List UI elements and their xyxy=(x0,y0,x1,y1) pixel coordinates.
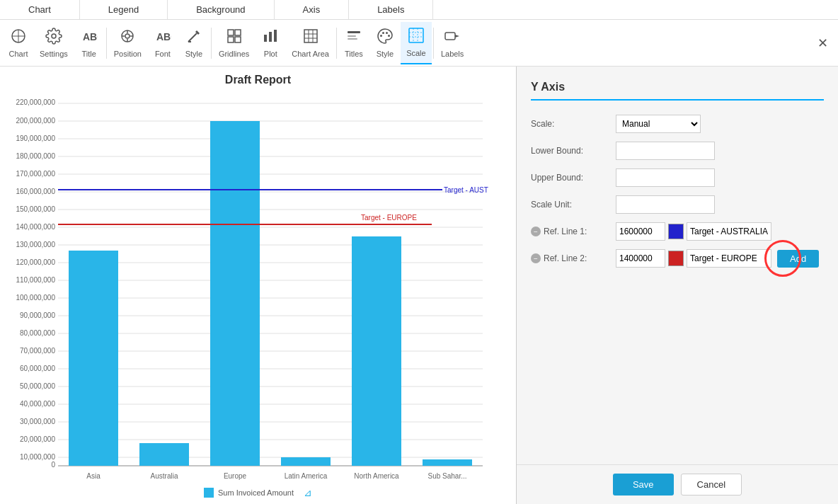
upper-bound-label: Upper Bound: xyxy=(531,173,616,183)
chart-area: Draft Report 220,000,000 200,000,000 190… xyxy=(0,67,516,504)
ref-line-europe-label: Target - EUROPE xyxy=(361,214,417,222)
scale-label: Scale: xyxy=(531,119,616,129)
labels-icon xyxy=(444,28,461,48)
legend-swatch xyxy=(204,488,214,498)
svg-rect-18 xyxy=(235,37,241,42)
toolbar-scale-label: Scale xyxy=(406,49,426,57)
toolbar-style[interactable]: Style xyxy=(178,22,210,64)
font-icon: ABC xyxy=(154,28,171,48)
toolbar-labels[interactable]: Labels xyxy=(435,22,469,64)
toolbar-position[interactable]: Position xyxy=(108,22,147,64)
ref-line2-label: − Ref. Line 2: xyxy=(531,253,616,263)
toolbar-chartarea[interactable]: Chart Area xyxy=(286,22,335,64)
svg-marker-40 xyxy=(455,35,459,38)
toolbar-plot[interactable]: Plot xyxy=(255,22,286,64)
scale-unit-row: Scale Unit: xyxy=(531,195,824,214)
settings-icon xyxy=(45,28,62,48)
toolbar-sep-1 xyxy=(106,28,107,59)
svg-text:ABC: ABC xyxy=(156,31,171,42)
toolbar-title-label: Title xyxy=(82,50,96,58)
svg-text:150,000,000: 150,000,000 xyxy=(16,205,55,213)
add-button[interactable]: Add xyxy=(777,250,819,268)
svg-text:120,000,000: 120,000,000 xyxy=(16,258,55,266)
svg-text:North America: North America xyxy=(354,472,399,480)
toolbar: Chart Settings ABC Title Position ABC Fo… xyxy=(0,20,838,67)
style2-icon xyxy=(377,28,394,48)
toolbar-title[interactable]: ABC Title xyxy=(74,22,105,64)
toolbar-chartarea-label: Chart Area xyxy=(292,50,329,58)
ref-line1-value[interactable] xyxy=(616,222,665,241)
toolbar-style2-label: Style xyxy=(377,50,394,58)
svg-text:180,000,000: 180,000,000 xyxy=(16,152,55,160)
svg-rect-39 xyxy=(445,33,455,40)
lower-bound-row: Lower Bound: xyxy=(531,142,824,160)
svg-rect-21 xyxy=(274,30,277,42)
toolbar-font[interactable]: ABC Font xyxy=(147,22,178,64)
svg-point-32 xyxy=(386,32,388,34)
svg-rect-16 xyxy=(235,30,241,35)
nav-labels[interactable]: Labels xyxy=(349,0,433,19)
toolbar-settings[interactable]: Settings xyxy=(34,22,74,64)
lower-bound-label: Lower Bound: xyxy=(531,146,616,156)
ref-line1-remove[interactable]: − xyxy=(531,227,541,236)
upper-bound-input[interactable] xyxy=(616,168,715,187)
svg-text:160,000,000: 160,000,000 xyxy=(16,188,55,195)
svg-text:70,000,000: 70,000,000 xyxy=(20,347,55,355)
scale-select[interactable]: Manual Automatic xyxy=(616,115,701,133)
save-button[interactable]: Save xyxy=(613,474,674,496)
ref-line2-color[interactable] xyxy=(668,251,684,266)
chart-legend: Sum Invoiced Amount ⊿ xyxy=(0,487,516,498)
toolbar-style2[interactable]: Style xyxy=(369,22,401,64)
ref-line2-name[interactable] xyxy=(687,249,771,268)
upper-bound-row: Upper Bound: xyxy=(531,168,824,187)
toolbar-chart-label: Chart xyxy=(9,50,28,58)
scale-unit-input[interactable] xyxy=(616,195,715,214)
svg-text:Europe: Europe xyxy=(224,472,247,480)
bar-subsahara xyxy=(423,459,472,466)
nav-background[interactable]: Background xyxy=(168,0,274,19)
svg-text:Asia: Asia xyxy=(86,472,101,480)
svg-text:220,000,000: 220,000,000 xyxy=(16,98,55,106)
ref-line2-value[interactable] xyxy=(616,249,665,268)
svg-text:10,000,000: 10,000,000 xyxy=(20,453,55,461)
svg-text:30,000,000: 30,000,000 xyxy=(20,418,55,425)
close-button[interactable]: ✕ xyxy=(810,33,835,54)
nav-axis[interactable]: Axis xyxy=(275,0,350,19)
toolbar-settings-label: Settings xyxy=(40,50,68,58)
svg-text:170,000,000: 170,000,000 xyxy=(16,170,55,178)
svg-text:0: 0 xyxy=(51,461,55,469)
toolbar-titles[interactable]: Titles xyxy=(338,22,369,64)
cancel-button[interactable]: Cancel xyxy=(681,474,742,496)
toolbar-gridlines[interactable]: Gridlines xyxy=(213,22,255,64)
ref-line1-name[interactable] xyxy=(687,222,771,241)
svg-text:20,000,000: 20,000,000 xyxy=(20,435,55,443)
ref-line2-remove[interactable]: − xyxy=(531,253,541,263)
svg-rect-22 xyxy=(304,30,317,42)
svg-text:Latin America: Latin America xyxy=(285,472,328,480)
svg-point-33 xyxy=(388,35,390,37)
panel-title: Y Axis xyxy=(531,81,824,101)
svg-rect-17 xyxy=(228,37,234,42)
toolbar-position-label: Position xyxy=(114,50,142,58)
toolbar-font-label: Font xyxy=(155,50,171,58)
toolbar-style-label: Style xyxy=(185,50,202,58)
bar-northamerica xyxy=(352,236,401,466)
bar-latinamerica xyxy=(281,457,331,466)
toolbar-scale[interactable]: Scale xyxy=(401,22,432,64)
ref-line1-color[interactable] xyxy=(668,224,684,239)
svg-rect-19 xyxy=(264,35,267,42)
toolbar-sep-2 xyxy=(211,28,212,59)
lower-bound-input[interactable] xyxy=(616,142,715,160)
position-icon xyxy=(119,28,136,48)
nav-legend[interactable]: Legend xyxy=(80,0,168,19)
svg-line-12 xyxy=(188,33,197,42)
svg-text:110,000,000: 110,000,000 xyxy=(16,276,55,284)
svg-text:Sub Sahar...: Sub Sahar... xyxy=(427,472,466,480)
panel-footer: Save Cancel xyxy=(517,464,838,504)
svg-rect-29 xyxy=(348,38,357,40)
panel-body: Y Axis Scale: Manual Automatic Lower Bou… xyxy=(517,67,838,464)
nav-chart[interactable]: Chart xyxy=(0,0,80,19)
toolbar-chart[interactable]: Chart xyxy=(3,22,34,64)
gridlines-icon xyxy=(226,28,243,48)
right-panel: Y Axis Scale: Manual Automatic Lower Bou… xyxy=(516,67,838,504)
